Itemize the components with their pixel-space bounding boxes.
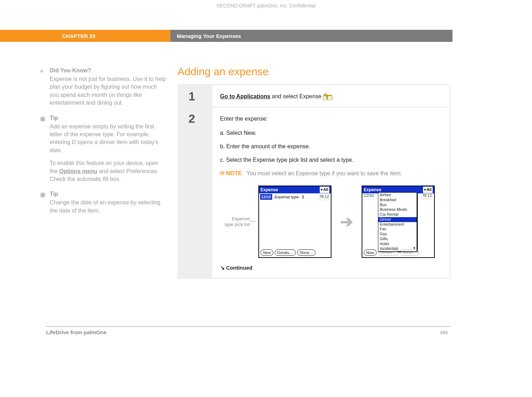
tip-text-1b: To enable this feature on your device, o…: [50, 159, 167, 183]
chapter-title: Managing Your Expenses: [170, 30, 453, 42]
chapter-header-bar: CHAPTER 23 Managing Your Expenses: [0, 30, 453, 42]
palm-expense-row-left: 12/10 -Expense type- $ 78.12: [259, 193, 331, 200]
palm-screen-left: Expense All 12/10 -Expense type- $ 78.12…: [258, 186, 331, 258]
main-content: Adding an expense 1 Go to Applications a…: [177, 66, 451, 279]
tip-title-2: Tip: [50, 191, 167, 197]
step2-substeps: a. Select New. b. Enter the amount of th…: [220, 129, 443, 164]
note-label: NOTE: [226, 170, 242, 176]
dropdown-option[interactable]: Car Rental: [378, 212, 417, 217]
palm-amount-left[interactable]: 78.12: [318, 194, 330, 200]
palm-screen-right: Expense All 12/10 78.12 Airfare Breakfas…: [362, 186, 435, 258]
svg-text:$: $: [326, 96, 328, 100]
note-icon: ⟳: [220, 170, 225, 176]
step-2-row: 2 Enter the expense: a. Select New. b. E…: [177, 107, 451, 279]
tip1-em: D: [72, 139, 76, 145]
palm-category-filter[interactable]: All: [320, 187, 329, 193]
tip-title-1: Tip: [50, 115, 167, 121]
step1-period: .: [332, 93, 334, 99]
asterisk-icon: ✱: [40, 115, 46, 123]
did-you-know-block: + Did You Know? Expense is not just for …: [50, 67, 167, 107]
palm-buttons-left: New Details… Show…: [260, 249, 316, 256]
note-text: You must select an Expense type if you w…: [247, 170, 402, 176]
dropdown-option[interactable]: Hotel: [378, 242, 417, 247]
palm-show-button[interactable]: Show…: [297, 249, 316, 256]
expense-app-icon: $: [323, 93, 332, 101]
continued-indicator: ↘Continued: [220, 264, 443, 272]
dropdown-option[interactable]: Fax: [378, 227, 417, 232]
dropdown-option-selected[interactable]: Dinner: [378, 217, 417, 222]
palm-title-text: Expense: [260, 187, 278, 193]
step2-b: b. Enter the amount of the expense.: [220, 142, 443, 151]
sidebar: + Did You Know? Expense is not just for …: [50, 67, 167, 222]
step2-a: a. Select New.: [220, 129, 443, 137]
continued-arrow-icon: ↘: [220, 264, 225, 272]
palm-date-right[interactable]: 12/10: [364, 193, 374, 199]
step-1-number: 1: [179, 85, 212, 106]
did-you-know-text: Expense is not just for business. Use it…: [50, 75, 167, 107]
footer-product-name: LifeDrive from palmOne: [46, 329, 106, 335]
palm-details-button[interactable]: Details…: [275, 249, 296, 256]
screenshots-area: Expense type pick list Expense All 12/10…: [220, 186, 443, 258]
tip-text-1a: Add an expense simply by writing the fir…: [50, 123, 167, 155]
dropdown-option[interactable]: Gas: [378, 232, 417, 237]
step-1-row: 1 Go to Applications and select Expense …: [177, 84, 451, 107]
footer-page-number: 495: [440, 330, 448, 335]
dropdown-option[interactable]: Bus: [378, 203, 417, 208]
step-2-number: 2: [179, 107, 212, 278]
tip-block-1: ✱ Tip Add an expense simply by writing t…: [50, 115, 167, 183]
footer-divider: [46, 326, 451, 327]
continued-text: Continued: [226, 265, 252, 271]
dropdown-option[interactable]: Gifts: [378, 237, 417, 242]
step2-intro: Enter the expense:: [220, 115, 443, 123]
tip-block-2: ✱ Tip Change the date of an expense by s…: [50, 191, 167, 215]
dropdown-option[interactable]: Entertainment: [378, 222, 417, 227]
palm-amount-right[interactable]: 78.12: [422, 193, 432, 199]
page-heading: Adding an expense: [177, 66, 451, 78]
dropdown-option[interactable]: Airfare: [378, 193, 417, 198]
step-2-body: Enter the expense: a. Select New. b. Ent…: [212, 107, 450, 278]
go-to-applications-link[interactable]: Go to Applications: [220, 93, 270, 99]
palm-details-button-r[interactable]: Details…: [378, 249, 399, 256]
dropdown-option[interactable]: Business Meals: [378, 207, 417, 212]
step1-after: and select Expense: [270, 93, 323, 99]
step-1-body: Go to Applications and select Expense $ …: [212, 85, 450, 106]
palm-date-left[interactable]: 12/10: [260, 194, 272, 200]
tip-text-2: Change the date of an expense by selecti…: [50, 199, 167, 215]
palm-titlebar-left: Expense All: [259, 186, 331, 193]
arrow-right-icon: ➔: [340, 210, 353, 233]
plus-icon: +: [40, 67, 44, 76]
palm-buttons-right: New Details… Show…: [364, 249, 419, 256]
palm-new-button-r[interactable]: New: [364, 249, 377, 256]
palm-category-filter-r[interactable]: All: [423, 187, 433, 193]
palm-new-button[interactable]: New: [260, 249, 273, 256]
step2-c: c. Select the Expense type pick list and…: [220, 156, 443, 164]
palm-type-dropdown[interactable]: Airfare Breakfast Bus Business Meals Car…: [378, 192, 417, 252]
shot-label-line1: Expense: [232, 216, 250, 221]
palm-currency: $: [302, 194, 304, 200]
shot-label-line2: type pick list: [225, 222, 250, 227]
note-row: ⟳NOTE You must select an Expense type if…: [220, 169, 443, 178]
shot-callout-label: Expense type pick list: [220, 216, 250, 228]
palm-type-picklist[interactable]: -Expense type-: [274, 194, 300, 200]
did-you-know-title: Did You Know?: [50, 67, 167, 74]
palm-show-button-r[interactable]: Show…: [400, 249, 419, 256]
options-menu-link[interactable]: Options menu: [59, 168, 98, 174]
confidential-header: SECOND DRAFT palmOne, Inc. Confidential: [0, 3, 532, 9]
chapter-number: CHAPTER 23: [0, 30, 170, 42]
asterisk-icon: ✱: [40, 191, 46, 199]
dropdown-option[interactable]: Breakfast: [378, 198, 417, 203]
